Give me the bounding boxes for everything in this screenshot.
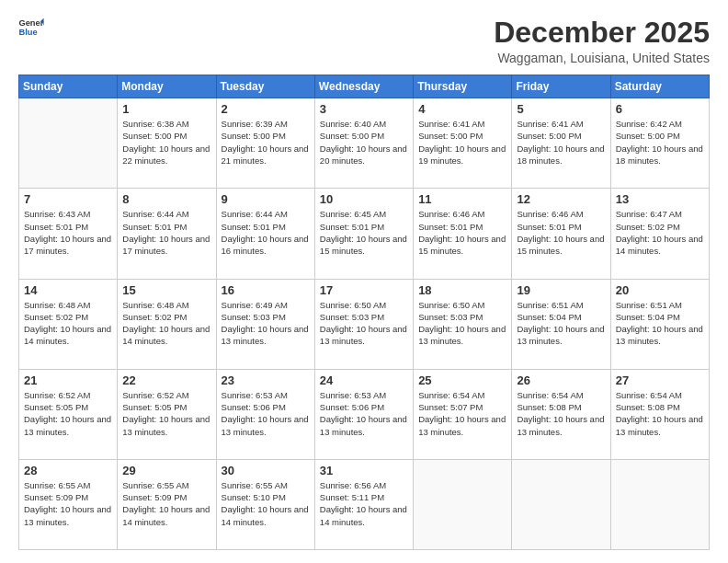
calendar-row-1: 1Sunrise: 6:38 AMSunset: 5:00 PMDaylight…	[19, 98, 710, 189]
day-info: Sunrise: 6:53 AMSunset: 5:06 PMDaylight:…	[222, 389, 310, 438]
day-number: 27	[616, 373, 704, 387]
calendar-cell: 26Sunrise: 6:54 AMSunset: 5:08 PMDayligh…	[512, 369, 610, 459]
day-number: 21	[24, 373, 112, 387]
day-number: 9	[222, 192, 310, 206]
day-number: 10	[320, 192, 408, 206]
day-info: Sunrise: 6:55 AMSunset: 5:10 PMDaylight:…	[222, 479, 310, 528]
day-info: Sunrise: 6:51 AMSunset: 5:04 PMDaylight:…	[616, 299, 704, 348]
month-title: December 2025	[494, 17, 710, 49]
day-number: 1	[122, 102, 210, 116]
calendar-cell: 15Sunrise: 6:48 AMSunset: 5:02 PMDayligh…	[118, 279, 216, 369]
calendar-cell: 24Sunrise: 6:53 AMSunset: 5:06 PMDayligh…	[314, 369, 413, 459]
day-number: 18	[418, 283, 506, 297]
day-number: 24	[320, 373, 408, 387]
calendar-cell: 28Sunrise: 6:55 AMSunset: 5:09 PMDayligh…	[19, 459, 118, 549]
calendar-cell	[512, 459, 610, 549]
day-number: 4	[418, 102, 506, 116]
calendar-cell: 30Sunrise: 6:55 AMSunset: 5:10 PMDayligh…	[216, 459, 314, 549]
calendar-cell: 29Sunrise: 6:55 AMSunset: 5:09 PMDayligh…	[118, 459, 216, 549]
day-info: Sunrise: 6:44 AMSunset: 5:01 PMDaylight:…	[222, 208, 310, 257]
day-info: Sunrise: 6:44 AMSunset: 5:01 PMDaylight:…	[122, 208, 210, 257]
day-number: 12	[517, 192, 605, 206]
calendar-cell: 4Sunrise: 6:41 AMSunset: 5:00 PMDaylight…	[414, 98, 512, 189]
calendar-cell: 18Sunrise: 6:50 AMSunset: 5:03 PMDayligh…	[414, 279, 512, 369]
calendar-table: Sunday Monday Tuesday Wednesday Thursday…	[18, 75, 710, 550]
calendar-cell: 31Sunrise: 6:56 AMSunset: 5:11 PMDayligh…	[314, 459, 413, 549]
day-info: Sunrise: 6:55 AMSunset: 5:09 PMDaylight:…	[24, 479, 112, 528]
day-number: 17	[320, 283, 408, 297]
day-number: 30	[222, 464, 310, 477]
day-info: Sunrise: 6:47 AMSunset: 5:02 PMDaylight:…	[616, 208, 704, 257]
calendar-cell: 19Sunrise: 6:51 AMSunset: 5:04 PMDayligh…	[512, 279, 610, 369]
day-info: Sunrise: 6:54 AMSunset: 5:08 PMDaylight:…	[517, 389, 605, 438]
day-number: 28	[24, 464, 112, 477]
day-info: Sunrise: 6:54 AMSunset: 5:07 PMDaylight:…	[418, 389, 506, 438]
calendar-cell: 8Sunrise: 6:44 AMSunset: 5:01 PMDaylight…	[118, 189, 216, 279]
day-number: 14	[24, 283, 112, 297]
calendar-row-2: 7Sunrise: 6:43 AMSunset: 5:01 PMDaylight…	[19, 189, 710, 279]
day-number: 3	[320, 102, 408, 116]
day-info: Sunrise: 6:52 AMSunset: 5:05 PMDaylight:…	[122, 389, 210, 438]
day-info: Sunrise: 6:53 AMSunset: 5:06 PMDaylight:…	[320, 389, 408, 438]
calendar-cell: 23Sunrise: 6:53 AMSunset: 5:06 PMDayligh…	[216, 369, 314, 459]
col-friday: Friday	[512, 75, 610, 98]
col-monday: Monday	[118, 75, 216, 98]
calendar-cell	[610, 459, 709, 549]
day-info: Sunrise: 6:38 AMSunset: 5:00 PMDaylight:…	[122, 118, 210, 167]
day-number: 26	[517, 373, 605, 387]
day-info: Sunrise: 6:43 AMSunset: 5:01 PMDaylight:…	[24, 208, 112, 257]
day-info: Sunrise: 6:51 AMSunset: 5:04 PMDaylight:…	[517, 299, 605, 348]
svg-text:Blue: Blue	[18, 28, 37, 37]
day-info: Sunrise: 6:54 AMSunset: 5:08 PMDaylight:…	[616, 389, 704, 438]
day-info: Sunrise: 6:50 AMSunset: 5:03 PMDaylight:…	[418, 299, 506, 348]
day-info: Sunrise: 6:40 AMSunset: 5:00 PMDaylight:…	[320, 118, 408, 167]
calendar-cell: 11Sunrise: 6:46 AMSunset: 5:01 PMDayligh…	[414, 189, 512, 279]
svg-text:General: General	[18, 18, 44, 28]
logo: General Blue	[18, 17, 46, 37]
calendar-cell: 21Sunrise: 6:52 AMSunset: 5:05 PMDayligh…	[19, 369, 118, 459]
calendar-cell: 16Sunrise: 6:49 AMSunset: 5:03 PMDayligh…	[216, 279, 314, 369]
day-number: 6	[616, 102, 704, 116]
calendar-cell: 2Sunrise: 6:39 AMSunset: 5:00 PMDaylight…	[216, 98, 314, 189]
calendar-cell: 13Sunrise: 6:47 AMSunset: 5:02 PMDayligh…	[610, 189, 709, 279]
day-info: Sunrise: 6:42 AMSunset: 5:00 PMDaylight:…	[616, 118, 704, 167]
title-block: December 2025 Waggaman, Louisiana, Unite…	[494, 17, 710, 65]
col-saturday: Saturday	[610, 75, 709, 98]
calendar-cell: 1Sunrise: 6:38 AMSunset: 5:00 PMDaylight…	[118, 98, 216, 189]
day-number: 29	[122, 464, 210, 477]
location-title: Waggaman, Louisiana, United States	[494, 51, 710, 65]
calendar-cell	[414, 459, 512, 549]
page: General Blue December 2025 Waggaman, Lou…	[0, 0, 728, 563]
day-number: 16	[222, 283, 310, 297]
day-number: 7	[24, 192, 112, 206]
calendar-cell: 9Sunrise: 6:44 AMSunset: 5:01 PMDaylight…	[216, 189, 314, 279]
logo-icon: General Blue	[18, 17, 44, 37]
day-info: Sunrise: 6:46 AMSunset: 5:01 PMDaylight:…	[418, 208, 506, 257]
day-info: Sunrise: 6:41 AMSunset: 5:00 PMDaylight:…	[418, 118, 506, 167]
col-sunday: Sunday	[19, 75, 118, 98]
day-number: 20	[616, 283, 704, 297]
day-info: Sunrise: 6:49 AMSunset: 5:03 PMDaylight:…	[222, 299, 310, 348]
day-info: Sunrise: 6:45 AMSunset: 5:01 PMDaylight:…	[320, 208, 408, 257]
day-number: 25	[418, 373, 506, 387]
calendar-cell: 5Sunrise: 6:41 AMSunset: 5:00 PMDaylight…	[512, 98, 610, 189]
col-tuesday: Tuesday	[216, 75, 314, 98]
day-number: 22	[122, 373, 210, 387]
calendar-cell	[19, 98, 118, 189]
day-number: 31	[320, 464, 408, 477]
day-info: Sunrise: 6:39 AMSunset: 5:00 PMDaylight:…	[222, 118, 310, 167]
calendar-row-5: 28Sunrise: 6:55 AMSunset: 5:09 PMDayligh…	[19, 459, 710, 549]
calendar-cell: 7Sunrise: 6:43 AMSunset: 5:01 PMDaylight…	[19, 189, 118, 279]
calendar-cell: 22Sunrise: 6:52 AMSunset: 5:05 PMDayligh…	[118, 369, 216, 459]
calendar-cell: 17Sunrise: 6:50 AMSunset: 5:03 PMDayligh…	[314, 279, 413, 369]
calendar-cell: 10Sunrise: 6:45 AMSunset: 5:01 PMDayligh…	[314, 189, 413, 279]
day-info: Sunrise: 6:48 AMSunset: 5:02 PMDaylight:…	[122, 299, 210, 348]
day-info: Sunrise: 6:56 AMSunset: 5:11 PMDaylight:…	[320, 479, 408, 528]
day-number: 23	[222, 373, 310, 387]
day-info: Sunrise: 6:52 AMSunset: 5:05 PMDaylight:…	[24, 389, 112, 438]
calendar-cell: 20Sunrise: 6:51 AMSunset: 5:04 PMDayligh…	[610, 279, 709, 369]
calendar-cell: 6Sunrise: 6:42 AMSunset: 5:00 PMDaylight…	[610, 98, 709, 189]
calendar-header-row: Sunday Monday Tuesday Wednesday Thursday…	[19, 75, 710, 98]
col-wednesday: Wednesday	[314, 75, 413, 98]
day-number: 2	[222, 102, 310, 116]
